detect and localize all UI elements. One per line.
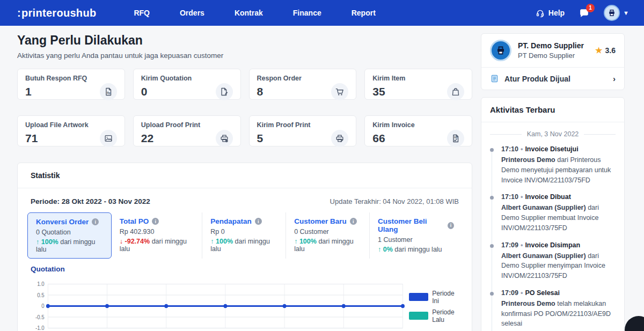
info-icon[interactable]: i (255, 218, 262, 225)
manage-products-label: Atur Produk Dijual (504, 75, 570, 83)
tab-change: ↑ 100% dari minggu lalu (294, 238, 361, 253)
svg-text:1.0: 1.0 (37, 281, 45, 287)
svg-text:-1.0: -1.0 (35, 325, 45, 331)
tab-label: Customer Beli Ulang (378, 217, 444, 233)
date-divider: Kam, 3 Nov 2022 (490, 130, 616, 138)
printer-upload-icon (216, 130, 233, 147)
card-value: 35 (372, 85, 385, 98)
chevron-right-icon: › (613, 74, 616, 83)
account-menu[interactable]: ▼ (604, 5, 629, 21)
info-icon[interactable]: i (350, 218, 357, 225)
card-value: 1 (25, 85, 32, 98)
chart-legend: Periode Ini Periode Lalu (407, 290, 462, 323)
tab-value: Rp 0 (210, 228, 277, 236)
activity-title: Aktivitas Terbaru (481, 98, 624, 122)
nav-item-report[interactable]: Report (352, 9, 376, 17)
nav-item-kontrak[interactable]: Kontrak (235, 9, 263, 17)
svg-text:Rp: Rp (107, 92, 111, 94)
manage-products-link[interactable]: Atur Produk Dijual › (481, 68, 624, 90)
product-doc-icon (490, 74, 499, 83)
period-label: Periode: 28 Okt 2022 - 03 Nov 2022 (31, 197, 150, 205)
card-label: Respon Order (257, 75, 349, 82)
legend-swatch (409, 293, 428, 301)
card-kirim-item[interactable]: Kirim Item 35 (364, 69, 472, 100)
help-button[interactable]: Help (536, 9, 565, 18)
supplier-name: PT. Demo Supplier (518, 41, 584, 50)
info-icon[interactable]: i (448, 222, 454, 229)
card-value: 0 (141, 85, 148, 98)
activity-description: Printerous Demo dari Printerous Demo men… (501, 155, 616, 185)
card-value: 71 (25, 132, 38, 145)
tab-pendapatan[interactable]: Pendapatani Rp 0 ↑ 100% dari minggu lalu (202, 212, 286, 259)
card-value: 5 (257, 132, 264, 145)
activity-description: Printerous Demo telah melakukan konfirma… (501, 299, 616, 329)
activity-time: 17:10 (501, 145, 518, 153)
stat-tabs: Konversi Orderi 0 Quotation ↑ 100% dari … (18, 212, 472, 259)
activity-event: PO Selesai (525, 289, 560, 297)
activity-list: 17:10•Invoice Disetujui Printerous Demo … (490, 145, 616, 331)
card-label: Kirim Quotation (141, 75, 233, 82)
activity-time: 17:09 (501, 241, 518, 249)
notifications-button[interactable]: 1 (579, 8, 590, 19)
app-logo[interactable]: :printeroushub (17, 7, 96, 19)
activity-description: Albert Gunawan (Supplier) dari Demo Supp… (501, 203, 616, 233)
chevron-down-icon: ▼ (623, 10, 629, 16)
activity-item[interactable]: 17:09•PO Selesai Printerous Demo telah m… (490, 289, 616, 331)
help-label: Help (548, 9, 565, 17)
card-upload-proof-print[interactable]: Upload Proof Print 22 (133, 115, 241, 146)
statistics-title: Statistik (18, 163, 472, 188)
logo-mark-icon: : (17, 7, 21, 19)
nav-item-finance[interactable]: Finance (293, 9, 321, 17)
activity-event: Invoice Dibuat (525, 193, 570, 201)
tab-value: 1 Customer (378, 236, 454, 244)
tab-change: ↑ 100% dari minggu lalu (36, 238, 103, 253)
legend-swatch (409, 312, 428, 320)
page-subtitle: Aktivitas yang perlu Anda pantau untuk j… (17, 52, 472, 60)
card-label: Upload File Artwork (25, 121, 117, 129)
activity-item[interactable]: 17:10•Invoice Dibuat Albert Gunawan (Sup… (490, 193, 616, 241)
info-icon[interactable]: i (92, 218, 99, 225)
svg-text:-0.5: -0.5 (35, 314, 45, 320)
last-update-label: Update Terakhir: 04 Nov 2022, 01:08 WIB (330, 197, 459, 205)
card-upload-file-artwork[interactable]: Upload File Artwork 71 (17, 115, 125, 146)
arrow-up-icon: ↑ (294, 238, 297, 245)
tab-label: Konversi Order (36, 218, 89, 226)
supplier-card: PT. Demo Supplier PT Demo Supplier ★ 3.6… (481, 33, 625, 90)
todo-cards-grid: Butuh Respon RFQ 1 Rp Kirim Quotation 0 (17, 69, 472, 146)
supplier-rating: ★ 3.6 (595, 46, 616, 55)
printer-send-icon (331, 130, 348, 147)
card-respon-order[interactable]: Respon Order 8 (249, 69, 357, 100)
page-title: Yang Perlu Dilakukan (17, 33, 472, 48)
activity-event: Invoice Disetujui (525, 145, 578, 153)
tab-customer-beli-ulang[interactable]: Customer Beli Ulangi 1 Customer ↑ 0% dar… (369, 212, 462, 259)
tab-label: Customer Baru (294, 217, 347, 225)
tab-konversi-order[interactable]: Konversi Orderi 0 Quotation ↑ 100% dari … (27, 212, 112, 259)
tab-customer-baru[interactable]: Customer Barui 0 Customer ↑ 100% dari mi… (286, 212, 369, 259)
nav-item-orders[interactable]: Orders (180, 9, 204, 17)
card-kirim-invoice[interactable]: Kirim Invoice 66 Rp (364, 115, 472, 146)
tab-change: ↓ -92.74% dari minggu lalu (120, 238, 194, 253)
info-icon[interactable]: i (152, 218, 159, 225)
nav-item-rfq[interactable]: RFQ (134, 9, 150, 17)
card-label: Upload Proof Print (141, 121, 233, 129)
tab-change: ↑ 0% dari minggu lalu (378, 246, 454, 253)
legend-item-periode-ini: Periode Ini (409, 290, 462, 305)
activity-item[interactable]: 17:10•Invoice Disetujui Printerous Demo … (490, 145, 616, 193)
tab-value: 0 Customer (294, 228, 361, 236)
activity-event: Invoice Disimpan (525, 241, 580, 249)
invoice-document-icon: Rp (447, 130, 464, 147)
tab-label: Pendapatan (210, 217, 252, 225)
legend-label: Periode Ini (432, 290, 462, 305)
card-label: Kirim Item (372, 75, 464, 82)
card-kirim-proof-print[interactable]: Kirim Proof Print 5 (249, 115, 357, 146)
main-nav: RFQ Orders Kontrak Finance Report (134, 9, 375, 17)
card-butuh-respon-rfq[interactable]: Butuh Respon RFQ 1 Rp (17, 69, 125, 100)
activity-item[interactable]: 17:09•Invoice Disimpan Albert Gunawan (S… (490, 241, 616, 289)
card-kirim-quotation[interactable]: Kirim Quotation 0 (133, 69, 241, 100)
card-label: Kirim Proof Print (257, 121, 349, 129)
tab-total-po[interactable]: Total POi Rp 402.930 ↓ -92.74% dari ming… (112, 212, 202, 259)
legend-label: Periode Lalu (432, 308, 462, 323)
activity-time: 17:09 (501, 289, 518, 297)
tab-label: Total PO (120, 217, 149, 225)
legend-item-periode-lalu: Periode Lalu (409, 308, 462, 323)
